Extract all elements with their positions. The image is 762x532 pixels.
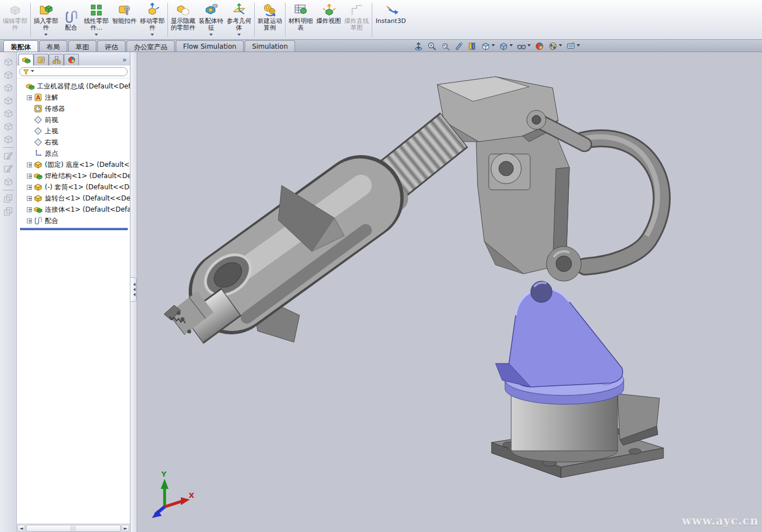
right-view-cube-icon[interactable]: [2, 94, 15, 107]
new-motion-study-button[interactable]: 新建运动算例: [256, 1, 284, 39]
wrist-torch-mount[interactable]: [164, 302, 231, 334]
previous-view-button[interactable]: [440, 41, 451, 52]
featuremanager-design-tree-tab[interactable]: [18, 54, 34, 66]
3d-sketch-pencil-icon[interactable]: [2, 162, 15, 175]
tree-item-origin[interactable]: 原点: [18, 148, 130, 159]
zoom-to-fit-button[interactable]: [413, 41, 424, 52]
tab-office-products[interactable]: 办公室产品: [127, 40, 175, 52]
move-component-button[interactable]: 移动零部件: [138, 1, 166, 39]
dropdown-arrow-icon[interactable]: [44, 34, 48, 38]
expand-plus-icon[interactable]: [27, 174, 32, 179]
tab-sketch[interactable]: 草图: [68, 40, 96, 52]
tab-simulation[interactable]: Simulation: [245, 40, 295, 52]
dropdown-arrow-icon[interactable]: [31, 70, 34, 74]
configurationmanager-tab[interactable]: [49, 54, 64, 66]
curved-link-arm[interactable]: [582, 137, 662, 267]
display-style-button[interactable]: [498, 41, 514, 52]
expand-plus-icon[interactable]: [27, 196, 32, 201]
tree-item-sensors[interactable]: 传感器: [18, 103, 130, 114]
expand-plus-icon[interactable]: [27, 207, 32, 212]
expand-plus-icon[interactable]: [27, 95, 32, 100]
dropdown-arrow-icon[interactable]: [577, 44, 580, 48]
panel-splitter[interactable]: [130, 52, 137, 532]
reference-geometry-button[interactable]: 参考几何体: [225, 1, 253, 39]
scroll-right-arrow-icon[interactable]: ►: [121, 525, 129, 532]
scrollbar-thumb[interactable]: |||: [26, 525, 121, 532]
move-component-icon: [145, 3, 160, 17]
edit-appearance-button[interactable]: [534, 41, 545, 52]
bill-of-materials-button[interactable]: 材料明细表: [287, 1, 315, 39]
tab-evaluate[interactable]: 评估: [97, 40, 125, 52]
tree-filter-input[interactable]: [19, 67, 128, 76]
move-with-triad-icon[interactable]: [2, 175, 15, 188]
tab-layout[interactable]: 布局: [39, 40, 67, 52]
tab-assembly[interactable]: 装配体: [3, 40, 38, 52]
robot-arm-model[interactable]: Y X: [137, 52, 762, 532]
tree-item-component-base[interactable]: (固定) 底座<1> (Default<<D: [18, 159, 130, 170]
button-label: 参考几何体: [226, 18, 252, 31]
smart-fasteners-button[interactable]: 智能扣件: [110, 1, 138, 39]
tab-flow-simulation[interactable]: Flow Simulation: [176, 40, 244, 52]
dropdown-arrow-icon[interactable]: [492, 44, 495, 48]
scroll-left-arrow-icon[interactable]: ◄: [17, 525, 25, 532]
tree-item-top-plane[interactable]: 上视: [18, 125, 130, 137]
sketch-pencil-icon[interactable]: [2, 150, 15, 162]
curved-link-lug[interactable]: [546, 246, 581, 281]
top-view-cube-icon[interactable]: [2, 107, 15, 120]
tree-item-annotations[interactable]: A 注解: [18, 92, 130, 103]
tree-item-component-rotary-table[interactable]: 旋转台<1> (Default<<Defa: [18, 193, 130, 204]
zoom-to-area-button[interactable]: [426, 41, 438, 52]
layered-squares-icon[interactable]: [2, 192, 15, 205]
view-orientation-button[interactable]: [480, 41, 496, 52]
dropdown-arrow-icon[interactable]: [559, 44, 562, 48]
dropdown-arrow-icon[interactable]: [527, 44, 531, 48]
tree-item-front-plane[interactable]: 前视: [18, 114, 130, 125]
view-selector-button[interactable]: [466, 41, 478, 52]
instant3d-button[interactable]: Instant3D: [373, 1, 408, 39]
panel-horizontal-scrollbar[interactable]: ◄ ||| ►: [17, 524, 130, 532]
assembly-features-button[interactable]: 装配体特征: [197, 1, 225, 39]
rollback-bar[interactable]: [20, 228, 128, 230]
base-side-bracket[interactable]: [618, 394, 660, 445]
tree-item-right-plane[interactable]: 右视: [18, 137, 130, 148]
splitter-collapse-handle[interactable]: [130, 277, 137, 302]
tree-item-label: 前视: [45, 115, 58, 125]
view-settings-button[interactable]: [565, 41, 581, 52]
section-view-button[interactable]: [453, 41, 465, 52]
left-view-cube-icon[interactable]: [2, 81, 15, 94]
bill-of-materials-icon: [293, 3, 308, 17]
propertymanager-tab[interactable]: [34, 54, 49, 66]
explode-line-sketch-button[interactable]: 爆炸直线草图: [343, 1, 371, 39]
plane-icon: [34, 127, 43, 136]
edit-component-button[interactable]: 编辑零部件: [1, 1, 29, 39]
dropdown-arrow-icon[interactable]: [237, 34, 241, 38]
tree-item-component-sleeve[interactable]: (-) 套筒<1> (Default<<Def: [18, 181, 130, 193]
mate-button[interactable]: 配合: [60, 1, 82, 39]
show-hidden-components-button[interactable]: 显示隐藏的零部件: [169, 1, 197, 39]
dropdown-arrow-icon[interactable]: [209, 34, 213, 38]
tree-item-component-connector[interactable]: 连接体<1> (Default<Defaul: [18, 204, 130, 215]
panel-tab-overflow-chevron[interactable]: »: [123, 56, 129, 66]
tree-item-component-torch-structure[interactable]: 焊枪结构<1> (Default<Defa: [18, 170, 130, 181]
bottom-view-cube-icon[interactable]: [2, 120, 15, 133]
linear-component-pattern-button[interactable]: 线性零部件...: [82, 1, 110, 39]
apply-scene-button[interactable]: [547, 41, 563, 52]
expand-plus-icon[interactable]: [27, 162, 32, 167]
expand-plus-icon[interactable]: [27, 218, 32, 223]
layered-squares-icon-2[interactable]: [2, 205, 15, 218]
displaymanager-tab[interactable]: [64, 54, 79, 66]
dropdown-arrow-icon[interactable]: [151, 34, 154, 38]
swivel-bracket-blue[interactable]: [495, 281, 623, 387]
front-view-cube-icon[interactable]: [2, 55, 15, 68]
dropdown-arrow-icon[interactable]: [95, 34, 98, 38]
insert-component-button[interactable]: 插入零部件: [32, 1, 60, 39]
graphics-viewport[interactable]: Y X www.ayc.cn: [137, 52, 762, 532]
back-view-cube-icon[interactable]: [2, 68, 15, 81]
tree-root-assembly[interactable]: 工业机器臂总成 (Default<Defa: [18, 81, 130, 92]
tree-item-mates[interactable]: 配合: [18, 215, 130, 226]
exploded-view-button[interactable]: 爆炸视图: [315, 1, 343, 39]
isometric-view-icon[interactable]: [2, 133, 15, 146]
dropdown-arrow-icon[interactable]: [509, 44, 513, 48]
hide-show-items-button[interactable]: [516, 41, 532, 52]
expand-plus-icon[interactable]: [27, 185, 32, 190]
